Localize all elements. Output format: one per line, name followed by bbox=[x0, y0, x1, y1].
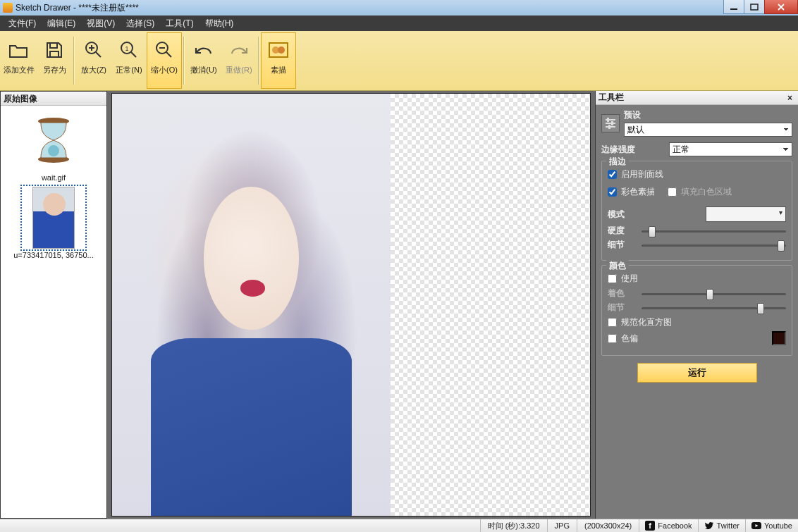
save-as-button[interactable]: 另存为 bbox=[37, 32, 72, 89]
zoom-normal-icon: 1 bbox=[118, 39, 140, 61]
thumbnail-item[interactable]: u=733417015, 36750... bbox=[4, 186, 104, 259]
svg-point-11 bbox=[48, 145, 59, 156]
youtube-link[interactable]: Youtube bbox=[745, 519, 798, 532]
toolbar-separator bbox=[73, 37, 75, 85]
main-area: 原始图像 wait.gif u=733417015, 36750... 工 bbox=[0, 91, 798, 519]
maximize-button[interactable] bbox=[744, 0, 765, 14]
pattern-select[interactable] bbox=[706, 206, 786, 222]
hardness-slider[interactable]: 硬度 bbox=[608, 225, 786, 237]
svg-rect-13 bbox=[606, 123, 615, 124]
thumbnail-item[interactable]: wait.gif bbox=[4, 109, 104, 182]
status-dimensions: (200x300x24) bbox=[577, 519, 639, 532]
detail-slider[interactable]: 细节 bbox=[608, 239, 786, 251]
preset-row: 预设 默认 bbox=[601, 109, 792, 137]
close-button[interactable] bbox=[764, 0, 798, 14]
svg-rect-1 bbox=[751, 4, 758, 10]
tool-panel-body: 预设 默认 边缘强度 正常 描边 启用剖面线 彩色素描 填充白色区域 模式 bbox=[596, 105, 798, 390]
tool-panel-title: 工具栏 bbox=[598, 92, 624, 104]
hue-slider[interactable]: 着色 bbox=[608, 287, 786, 299]
edge-strength-label: 边缘强度 bbox=[601, 144, 665, 156]
facebook-icon: f bbox=[645, 521, 655, 531]
canvas-area bbox=[107, 91, 595, 519]
tool-panel: 工具栏 × 预设 默认 边缘强度 正常 描边 启用剖面线 bbox=[595, 91, 798, 519]
status-format: JPG bbox=[547, 519, 577, 532]
thumbnail-filename: wait.gif bbox=[4, 173, 104, 182]
menu-edit[interactable]: 编辑(E) bbox=[42, 16, 81, 31]
zoom-normal-button[interactable]: 1 正常(N) bbox=[111, 32, 147, 89]
thumbnail-list: wait.gif u=733417015, 36750... bbox=[1, 106, 106, 518]
menu-help[interactable]: 帮助(H) bbox=[200, 16, 240, 31]
save-icon bbox=[43, 39, 66, 61]
menu-file[interactable]: 文件(F) bbox=[3, 16, 42, 31]
original-images-title: 原始图像 bbox=[1, 92, 106, 106]
facebook-link[interactable]: f Facebook bbox=[639, 519, 697, 532]
zoom-out-button[interactable]: 缩小(O) bbox=[147, 32, 182, 89]
add-file-button[interactable]: 添加文件 bbox=[1, 32, 37, 89]
status-bar: 时间 (秒): 3.320 JPG (200x300x24) f Faceboo… bbox=[0, 519, 798, 532]
toolbar: 添加文件 另存为 放大(Z) 1 正常(N) 缩小(O) 撤消(U) 重做(R)… bbox=[0, 31, 798, 91]
normalize-histogram-checkbox[interactable]: 规范化直方图 bbox=[608, 316, 786, 328]
sketch-button[interactable]: 素描 bbox=[261, 32, 296, 89]
toolbar-separator bbox=[258, 37, 259, 85]
window-title: Sketch Drawer - ****未注册版**** bbox=[16, 2, 795, 14]
preset-label: 预设 bbox=[624, 109, 792, 121]
edge-strength-row: 边缘强度 正常 bbox=[601, 142, 792, 156]
svg-point-8 bbox=[278, 47, 285, 54]
hourglass-icon bbox=[22, 109, 85, 172]
svg-text:1: 1 bbox=[125, 45, 128, 52]
window-controls bbox=[724, 0, 798, 14]
app-icon bbox=[3, 3, 13, 13]
undo-icon bbox=[192, 39, 215, 61]
sketch-icon bbox=[267, 39, 290, 61]
color-group-title: 颜色 bbox=[606, 260, 629, 272]
svg-rect-17 bbox=[608, 125, 610, 129]
thumbnail-filename: u=733417015, 36750... bbox=[4, 251, 104, 259]
undo-button[interactable]: 撤消(U) bbox=[186, 32, 221, 89]
sketch-preview bbox=[112, 94, 391, 516]
toolbar-separator bbox=[183, 37, 185, 85]
canvas-frame[interactable] bbox=[111, 93, 591, 516]
tool-panel-close-icon[interactable]: × bbox=[785, 93, 795, 103]
stroke-group: 描边 启用剖面线 彩色素描 填充白色区域 模式 硬度 bbox=[601, 161, 792, 261]
transparent-area bbox=[391, 94, 590, 516]
run-button[interactable]: 运行 bbox=[637, 363, 757, 383]
stroke-group-title: 描边 bbox=[606, 156, 629, 168]
minimize-button[interactable] bbox=[723, 0, 744, 14]
fill-white-checkbox[interactable]: 填充白色区域 bbox=[668, 186, 732, 198]
mode-label: 模式 bbox=[608, 209, 643, 221]
enable-hatch-checkbox[interactable]: 启用剖面线 bbox=[608, 168, 663, 180]
zoom-in-button[interactable]: 放大(Z) bbox=[76, 32, 111, 89]
zoom-out-icon bbox=[153, 39, 176, 61]
redo-icon bbox=[228, 39, 250, 61]
folder-open-icon bbox=[8, 39, 30, 61]
color-group: 颜色 使用 着色 细节 规范化直方图 色偏 bbox=[601, 265, 792, 356]
use-color-checkbox[interactable]: 使用 bbox=[608, 273, 786, 285]
title-bar: Sketch Drawer - ****未注册版**** bbox=[0, 0, 798, 16]
redo-button[interactable]: 重做(R) bbox=[221, 32, 257, 89]
tool-panel-header: 工具栏 × bbox=[596, 91, 798, 105]
svg-rect-15 bbox=[607, 118, 609, 122]
edge-strength-select[interactable]: 正常 bbox=[669, 142, 792, 156]
portrait-thumb-icon bbox=[22, 186, 85, 249]
menu-tools[interactable]: 工具(T) bbox=[160, 16, 199, 31]
preset-select[interactable]: 默认 bbox=[624, 123, 792, 137]
color-detail-slider[interactable]: 细节 bbox=[608, 302, 786, 314]
zoom-in-icon bbox=[82, 39, 105, 61]
youtube-icon bbox=[751, 521, 761, 531]
menu-bar: 文件(F) 编辑(E) 视图(V) 选择(S) 工具(T) 帮助(H) bbox=[0, 16, 798, 31]
preset-settings-icon[interactable] bbox=[601, 114, 620, 132]
color-sketch-checkbox[interactable]: 彩色素描 bbox=[608, 186, 655, 198]
color-swatch[interactable] bbox=[772, 331, 786, 345]
svg-rect-16 bbox=[611, 121, 613, 125]
color-shift-checkbox[interactable]: 色偏 bbox=[608, 331, 786, 345]
twitter-icon bbox=[704, 521, 714, 531]
twitter-link[interactable]: Twitter bbox=[698, 519, 745, 532]
svg-rect-0 bbox=[730, 8, 737, 10]
svg-text:f: f bbox=[649, 521, 651, 530]
menu-select[interactable]: 选择(S) bbox=[121, 16, 160, 31]
status-time: 时间 (秒): 3.320 bbox=[480, 519, 547, 532]
menu-view[interactable]: 视图(V) bbox=[81, 16, 121, 31]
original-images-panel: 原始图像 wait.gif u=733417015, 36750... bbox=[0, 91, 107, 519]
